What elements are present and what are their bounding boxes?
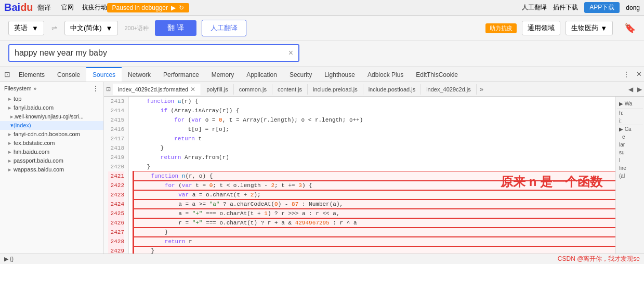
tab-performance[interactable]: Performance xyxy=(157,67,205,82)
bio-medicine-select[interactable]: 生物医药 ▼ xyxy=(566,21,613,35)
tab-network[interactable]: Network xyxy=(122,67,157,82)
code-line-2423: var a = o.charAt(t + 2); xyxy=(133,190,615,200)
sidebar-item-hm-baidu[interactable]: ▸hm.baidu.com xyxy=(0,148,103,156)
code-line-2427: } xyxy=(133,228,615,237)
baidu-fanyi-text: 翻译 xyxy=(37,3,51,12)
code-line-2420: } xyxy=(133,162,615,171)
folder-icon: ▸ xyxy=(8,104,11,111)
human-translate-button[interactable]: 人工翻译 xyxy=(202,20,246,36)
sidebar-more-icon[interactable]: » xyxy=(34,86,37,91)
target-lang-arrow: ▼ xyxy=(106,24,113,32)
right-panel-al: (al xyxy=(617,172,643,180)
folder-icon: ▸ xyxy=(8,131,11,137)
source-lang-select[interactable]: 英语 ▼ xyxy=(8,21,44,35)
file-tab-index[interactable]: index_4029c2d.js xyxy=(421,84,477,95)
search-area: happy new year my baby × xyxy=(0,41,644,67)
bio-arrow: ▼ xyxy=(600,24,607,32)
right-panel-l: l xyxy=(617,156,643,164)
code-line-2424: a = a >= "a" ? a.charCodeAt(0) - 87 : Nu… xyxy=(133,200,615,209)
file-nav-forward[interactable]: ▶ xyxy=(635,86,644,93)
file-tab-include-postload[interactable]: include.postload.js xyxy=(363,84,422,95)
sidebar-item-wappass-baidu[interactable]: ▸wappass.baidu.com xyxy=(0,165,103,174)
top-right-links: 人工翻译 插件下载 APP下载 dong xyxy=(522,2,640,13)
code-line-2425: a = "+" === o.charAt(t + 1) ? r >>> a : … xyxy=(133,209,615,218)
sidebar-item-fex-bdstatic[interactable]: ▸fex.bdstatic.com xyxy=(0,139,103,148)
translate-button[interactable]: 翻 译 xyxy=(155,20,196,36)
browser-top-bar: Baidu 翻译 官网 抗疫行动 Paused in debugger ▶ ↻ … xyxy=(0,0,644,16)
sidebar-item-well-known[interactable]: ▸.well-known/yunjiasu-cgi/scri... xyxy=(0,112,103,121)
folder-icon: ▸ xyxy=(8,149,11,155)
bookmark-icon[interactable]: 🔖 xyxy=(624,22,636,34)
paused-label: Paused in debugger xyxy=(112,4,168,11)
target-lang-select[interactable]: 中文(简体) ▼ xyxy=(64,21,119,35)
file-tab-content[interactable]: content.js xyxy=(272,84,308,95)
bottom-status: ▶ {} xyxy=(4,256,14,262)
close-devtools-icon[interactable]: ✕ xyxy=(634,70,644,78)
source-lang-arrow: ▼ xyxy=(32,24,38,32)
tab-lighthouse[interactable]: Lighthouse xyxy=(318,67,361,82)
lang-separator: ⇌ xyxy=(51,24,57,32)
tab-elements[interactable]: Elements xyxy=(12,67,51,82)
tab-console[interactable]: Console xyxy=(51,67,86,82)
code-line-2429: } xyxy=(133,246,615,254)
dock-icon[interactable]: ⋮ xyxy=(619,70,634,78)
domain-select[interactable]: 通用领域 xyxy=(522,21,560,35)
file-nav-back[interactable]: ◀ xyxy=(626,86,635,93)
search-box: happy new year my baby × xyxy=(8,44,299,62)
right-panel-su: su xyxy=(617,149,643,156)
code-line-2417: return t xyxy=(133,134,615,143)
code-line-2426: r = "+" === o.charAt(t) ? r + a & 429496… xyxy=(133,218,615,228)
sidebar-options-icon[interactable]: ⋮ xyxy=(92,84,99,92)
sidebar-item-passport-baidu[interactable]: ▸passport.baidu.com xyxy=(0,156,103,165)
top-link-4[interactable]: 插件下载 xyxy=(553,3,578,12)
file-tab-include-preload[interactable]: include.preload.js xyxy=(308,84,363,95)
right-panel-wa: ▶ Wa xyxy=(617,99,643,109)
top-link-2[interactable]: 抗疫行动 xyxy=(82,3,107,12)
file-tab-close-icon[interactable]: ✕ xyxy=(190,86,195,93)
file-tab-polyfill[interactable]: polyfill.js xyxy=(201,84,234,95)
top-nav-links: 官网 抗疫行动 xyxy=(61,3,107,12)
search-clear-icon[interactable]: × xyxy=(288,48,293,58)
tab-application[interactable]: Application xyxy=(240,67,283,82)
file-tabs-overflow-icon[interactable]: » xyxy=(477,83,487,95)
top-link-1[interactable]: 官网 xyxy=(61,3,74,12)
app-download-btn[interactable]: APP下载 xyxy=(584,2,620,13)
right-panel: ▶ Wa h: i: ▶ Ca e lar su l fire (al xyxy=(615,97,644,254)
code-line-2413: function a(r) { xyxy=(133,97,615,106)
play-icon[interactable]: ▶ xyxy=(171,4,176,11)
tab-sources[interactable]: Sources xyxy=(86,67,122,82)
code-line-2419: return Array.from(r) xyxy=(133,153,615,162)
translation-bar: 英语 ▼ ⇌ 中文(简体) ▼ 200+语种 翻 译 人工翻译 助力抗疫 通用领… xyxy=(0,16,644,41)
top-link-3[interactable]: 人工翻译 xyxy=(522,3,547,12)
file-tab-nav-icon[interactable]: ⊡ xyxy=(104,86,113,92)
right-panel-fire: fire xyxy=(617,164,643,172)
baidu-logo: Baidu 翻译 xyxy=(4,2,51,14)
sidebar-item-fanyi-cdn[interactable]: ▸fanyi-cdn.cdn.bcebos.com xyxy=(0,130,103,139)
folder-icon: ▾ xyxy=(10,122,14,128)
tab-editthiscookie[interactable]: EditThisCookie xyxy=(410,67,464,82)
file-tab-index-formatted[interactable]: index_4029c2d.js:formatted ✕ xyxy=(113,84,201,95)
file-tab-common[interactable]: common.js xyxy=(234,84,272,95)
right-panel-i: i: xyxy=(617,117,643,125)
right-panel-h: h: xyxy=(617,109,643,117)
sidebar-item-index[interactable]: ▾(index) xyxy=(0,121,103,130)
bottom-bar: ▶ {} CSDN @离开你，我才发现se xyxy=(0,254,644,264)
lang-count-badge: 200+语种 xyxy=(124,24,149,32)
sidebar: Filesystem » ⋮ ▸top ▸fanyi.baidu.com ▸.w… xyxy=(0,82,104,254)
folder-icon: ▸ xyxy=(8,140,11,146)
user-dong[interactable]: dong xyxy=(626,4,640,11)
paused-debugger-badge: Paused in debugger ▶ ↻ xyxy=(107,3,189,12)
tab-memory[interactable]: Memory xyxy=(205,67,240,82)
sidebar-item-top[interactable]: ▸top xyxy=(0,95,103,103)
refresh-icon[interactable]: ↻ xyxy=(179,4,184,11)
devtools-panel-toggle[interactable]: ⊡ xyxy=(2,70,12,78)
tab-adblock[interactable]: Adblock Plus xyxy=(361,67,410,82)
folder-icon: ▸ xyxy=(8,96,11,102)
search-text: happy new year my baby xyxy=(15,48,107,58)
right-panel-e: e xyxy=(617,133,643,141)
folder-icon: ▸ xyxy=(8,157,11,164)
tab-security[interactable]: Security xyxy=(283,67,318,82)
code-line-2416: t[o] = r[o]; xyxy=(133,125,615,134)
devtools-main: Filesystem » ⋮ ▸top ▸fanyi.baidu.com ▸.w… xyxy=(0,82,644,254)
sidebar-item-fanyi-baidu[interactable]: ▸fanyi.baidu.com xyxy=(0,103,103,112)
